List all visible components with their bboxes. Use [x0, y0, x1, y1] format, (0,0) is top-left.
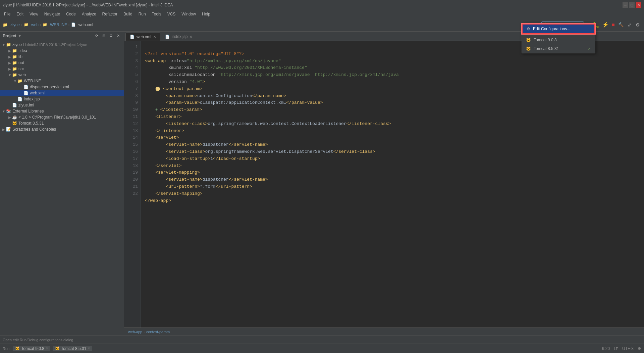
line-numbers: 1 2 3 4 5 6 7 8 9 10 11 12 13 14 15 16 1… — [124, 41, 141, 327]
run-tomcat85[interactable]: 🐱 Tomcat 8.5.31 ✕ — [53, 346, 92, 351]
breadcrumb-web[interactable]: web — [31, 23, 39, 27]
breadcrumb-webApp[interactable]: web-app — [128, 330, 142, 334]
tab-label-indexjsp: index.jsp — [172, 34, 187, 39]
menu-edit[interactable]: Edit — [14, 11, 26, 17]
tab-close-indexjsp[interactable]: ✕ — [190, 35, 192, 39]
tree-label-ziyue: ziyue — [12, 42, 22, 47]
tree-item-scratches[interactable]: ▶ 📝 Scratches and Consoles — [0, 126, 124, 132]
run-label-85: Tomcat 8.5.31 — [61, 346, 86, 351]
tree-item-tomcat[interactable]: ▶ 🐱 Tomcat 8.5.31 — [0, 120, 124, 126]
tab-webxml[interactable]: 📄 web.xml ✕ — [125, 33, 160, 41]
collapse-all-button[interactable]: ⊞ — [101, 33, 107, 39]
tree-label-dispatcher: dispatcher-servlet.xml — [30, 85, 69, 89]
tree-arrow-jdk: ▶ — [7, 116, 12, 119]
close-button[interactable]: ✕ — [636, 2, 641, 8]
folder-icon-src: 📁 — [12, 67, 17, 71]
project-dropdown-arrow[interactable]: ▼ — [18, 34, 22, 38]
menu-build[interactable]: Build — [121, 11, 135, 17]
file-icon-dispatcher: 📄 — [23, 85, 29, 89]
dropdown-edit-configs[interactable]: ⚙ Edit Configurations... — [522, 24, 595, 34]
tooltip-bar: Open edit Run/Debug configurations dialo… — [0, 336, 644, 344]
tree-item-lib[interactable]: ▶ 📁 lib — [0, 54, 124, 60]
toolbar-settings[interactable]: ⚙ — [634, 21, 641, 28]
menu-vcs[interactable]: VCS — [165, 11, 178, 17]
dropdown-tomcat85[interactable]: 🐱 Tomcat 8.5.31 ✓ — [522, 44, 595, 53]
tooltip-text: Open edit Run/Debug configurations dialo… — [3, 338, 73, 342]
tree-item-ziyueiml[interactable]: ▶ 📄 ziyue.iml — [0, 102, 124, 108]
tree-item-indexjsp[interactable]: ▶ 📄 index.jsp — [0, 96, 124, 102]
sidebar: Project ▼ ⟳ ⊞ ⚙ ✕ ▼ 📁 ziyue H:\IntelliJ … — [0, 32, 124, 336]
hide-panel-button[interactable]: ✕ — [115, 33, 121, 39]
file-tree: ▼ 📁 ziyue H:\IntelliJ IDEA 2018.1.2\Proj… — [0, 40, 124, 336]
menu-run[interactable]: Run — [136, 11, 149, 17]
folder-icon-webinf: 📁 — [17, 79, 22, 83]
menu-window[interactable]: Window — [179, 11, 199, 17]
dropdown-tomcat90[interactable]: 🐱 Tomcat 9.0.8 — [522, 36, 595, 44]
menu-analyze[interactable]: Analyze — [79, 11, 99, 17]
gear-icon-dropdown: ⚙ — [527, 27, 530, 31]
status-settings-icon[interactable]: ⚙ — [638, 346, 641, 351]
scratches-icon: 📝 — [6, 127, 11, 132]
tomcat90-label: Tomcat 9.0.8 — [534, 38, 557, 42]
tree-arrow-out: ▶ — [7, 61, 12, 65]
tree-item-webinf[interactable]: ▼ 📁 WEB-INF — [0, 78, 124, 84]
tree-item-dispatcher[interactable]: ▶ 📄 dispatcher-servlet.xml — [0, 84, 124, 90]
bottom-breadcrumb: web-app › context-param — [124, 327, 644, 336]
code-content[interactable]: <?xml version="1.0" encoding="UTF-8"?> <… — [141, 41, 644, 327]
menu-tools[interactable]: Tools — [149, 11, 164, 17]
tree-item-src[interactable]: ▶ 📁 src — [0, 66, 124, 72]
file-icon-webxml: 📄 — [23, 91, 29, 95]
menu-refactor[interactable]: Refactor — [100, 11, 120, 17]
maximize-button[interactable]: □ — [629, 2, 635, 8]
tree-arrow-scratches: ▶ — [1, 128, 6, 131]
breadcrumb-webxml[interactable]: web.xml — [78, 23, 93, 27]
breadcrumb: 📁 ziyue › 📁 web › 📁 WEB-INF › 📄 web.xml — [3, 23, 93, 27]
menu-file[interactable]: File — [1, 11, 13, 17]
code-editor[interactable]: 1 2 3 4 5 6 7 8 9 10 11 12 13 14 15 16 1… — [124, 41, 644, 327]
sync-button[interactable]: ⟳ — [94, 33, 100, 39]
close-icon-85[interactable]: ✕ — [88, 347, 90, 350]
tree-item-extlibs[interactable]: ▼ 📚 External Libraries — [0, 108, 124, 114]
toolbar-build[interactable]: 🔨 — [617, 21, 625, 28]
run-tomcat90[interactable]: 🐱 Tomcat 9.0.8 ✕ — [13, 346, 50, 351]
tomcat-icon-dropdown85: 🐱 — [526, 46, 531, 51]
status-right: 6:20 LF UTF-8 ⚙ — [602, 346, 641, 351]
tree-label-src: src — [18, 67, 24, 71]
check-icon: ✓ — [588, 46, 591, 51]
tree-label-lib: lib — [18, 54, 22, 59]
tree-item-web[interactable]: ▼ 📁 web — [0, 72, 124, 78]
tomcat-icon-dropdown90: 🐱 — [526, 38, 531, 42]
menu-help[interactable]: Help — [199, 11, 213, 17]
tree-arrow-web: ▼ — [7, 73, 12, 77]
tree-item-idea[interactable]: ▶ 📁 .idea — [0, 48, 124, 54]
menu-navigate[interactable]: Navigate — [42, 11, 63, 17]
tree-path-ziyue: H:\IntelliJ IDEA 2018.1.2\Projects\ziyue — [23, 43, 87, 47]
project-panel-header: Project ▼ ⟳ ⊞ ⚙ ✕ — [0, 32, 124, 40]
dropdown-separator — [522, 35, 595, 35]
tomcat85-label: Tomcat 8.5.31 — [534, 46, 559, 51]
tree-item-out[interactable]: ▶ 📁 out — [0, 60, 124, 66]
tab-close-webxml[interactable]: ✕ — [153, 35, 156, 39]
tree-item-webxml[interactable]: ▶ 📄 web.xml — [0, 90, 124, 96]
stop-button[interactable]: ■ — [611, 21, 615, 29]
menu-code[interactable]: Code — [63, 11, 78, 17]
editor-area: 📄 web.xml ✕ 📄 index.jsp ✕ 1 2 3 4 5 6 7 … — [124, 32, 644, 336]
breadcrumb-contextParam[interactable]: context-param — [146, 330, 170, 334]
breadcrumb-ziyue[interactable]: ziyue — [10, 23, 20, 27]
tree-item-ziyue[interactable]: ▼ 📁 ziyue H:\IntelliJ IDEA 2018.1.2\Proj… — [0, 42, 124, 48]
coverage-button[interactable]: ⚡ — [601, 21, 609, 29]
file-icon-indexjsp: 📄 — [17, 97, 22, 101]
settings-project-button[interactable]: ⚙ — [108, 33, 114, 39]
tree-label-out: out — [18, 60, 24, 65]
toolbar-expand[interactable]: ⤢ — [626, 21, 633, 28]
edit-configs-label: Edit Configurations... — [533, 27, 570, 31]
menu-view[interactable]: View — [27, 11, 41, 17]
folder-icon-idea: 📁 — [12, 48, 17, 53]
tree-item-jdk[interactable]: ▶ ☕ < 1.8 > C:\Program Files\Java\jdk1.8… — [0, 114, 124, 120]
close-icon-90[interactable]: ✕ — [46, 347, 48, 350]
breadcrumb-webinf[interactable]: WEB-INF — [50, 23, 67, 27]
run-label-90: Tomcat 9.0.8 — [21, 346, 44, 351]
title-bar: ziyue [H:\IntelliJ IDEA 2018.1.2\Project… — [0, 0, 644, 10]
minimize-button[interactable]: ─ — [623, 2, 628, 8]
tab-indexjsp[interactable]: 📄 index.jsp ✕ — [161, 33, 196, 41]
